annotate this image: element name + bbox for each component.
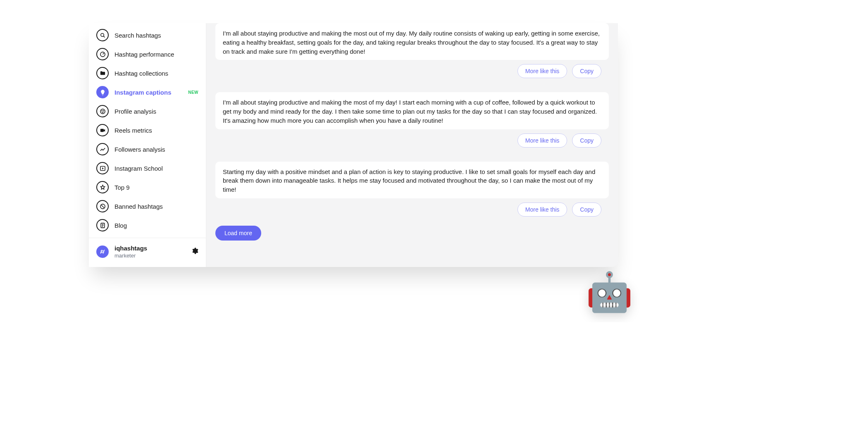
star-icon [96,181,109,193]
article-icon [96,219,109,231]
sidebar-item-hashtag-performance[interactable]: Hashtag performance [89,45,206,64]
sidebar-item-instagram-captions[interactable]: Instagram captionsNEW [89,83,206,102]
user-footer: iqhashtags marketer [89,238,206,267]
copy-button[interactable]: Copy [572,203,601,217]
sidebar-item-label: Followers analysis [114,146,198,153]
nav-list: Search hashtagsHashtag performanceHashta… [89,26,206,238]
caption-text: I'm all about staying productive and mak… [215,92,609,129]
settings-button[interactable] [191,247,198,256]
sidebar-item-label: Instagram captions [114,89,182,96]
gauge-icon [96,48,109,60]
copy-button[interactable]: Copy [572,133,601,148]
sidebar-item-profile-analysis[interactable]: Profile analysis [89,102,206,121]
sidebar-item-top-9[interactable]: Top 9 [89,178,206,197]
sidebar-item-label: Search hashtags [114,32,198,39]
caption-actions: More like thisCopy [215,198,609,223]
sidebar-item-label: Hashtag performance [114,51,198,58]
face-icon [96,105,109,117]
svg-point-5 [103,110,103,111]
trend-icon [96,143,109,155]
ban-icon [96,200,109,212]
load-more-button[interactable]: Load more [215,226,261,241]
sidebar-item-blog[interactable]: Blog [89,216,206,235]
sidebar-item-label: Profile analysis [114,108,198,115]
sidebar-item-label: Reels metrics [114,127,198,134]
caption-actions: More like thisCopy [215,60,609,85]
bulb-icon [96,86,109,98]
sidebar-item-label: Blog [114,222,198,229]
app-shell: Search hashtagsHashtag performanceHashta… [89,23,618,267]
svg-point-4 [102,110,102,111]
caption-card: I'm all about staying productive and mak… [215,23,609,60]
sidebar-item-followers-analysis[interactable]: Followers analysis [89,140,206,159]
sidebar-item-search-hashtags[interactable]: Search hashtags [89,26,206,45]
sidebar-item-reels-metrics[interactable]: Reels metrics [89,121,206,140]
new-badge: NEW [188,90,198,95]
robot-float-icon[interactable]: 🤖 [586,273,633,311]
sidebar-item-label: Top 9 [114,184,198,191]
video-icon [96,124,109,136]
main-content: I'm all about staying productive and mak… [206,23,618,267]
svg-line-1 [103,36,105,37]
sidebar: Search hashtagsHashtag performanceHashta… [89,23,206,267]
more-like-this-button[interactable]: More like this [517,203,567,217]
svg-rect-6 [100,129,103,132]
svg-line-9 [101,205,104,208]
sidebar-item-label: Hashtag collections [114,70,198,77]
user-avatar-icon [96,245,109,258]
caption-card: Starting my day with a positive mindset … [215,162,609,198]
caption-text: I'm all about staying productive and mak… [215,23,609,60]
caption-actions: More like thisCopy [215,129,609,154]
sidebar-item-banned-hashtags[interactable]: Banned hashtags [89,197,206,216]
sidebar-item-label: Banned hashtags [114,203,198,210]
caption-text: Starting my day with a positive mindset … [215,162,609,198]
svg-point-0 [100,33,104,36]
play-icon [96,162,109,174]
caption-card: I'm all about staying productive and mak… [215,92,609,129]
search-icon [96,29,109,41]
sidebar-item-label: Instagram School [114,165,198,172]
sidebar-item-hashtag-collections[interactable]: Hashtag collections [89,64,206,83]
copy-button[interactable]: Copy [572,64,601,78]
more-like-this-button[interactable]: More like this [517,133,567,148]
folder-icon [96,67,109,79]
user-name: iqhashtags [114,245,185,252]
user-info: iqhashtags marketer [114,245,185,259]
load-more-area: Load more [215,223,609,241]
more-like-this-button[interactable]: More like this [517,64,567,78]
svg-point-3 [100,109,105,113]
sidebar-item-instagram-school[interactable]: Instagram School [89,159,206,178]
user-role: marketer [114,253,185,259]
